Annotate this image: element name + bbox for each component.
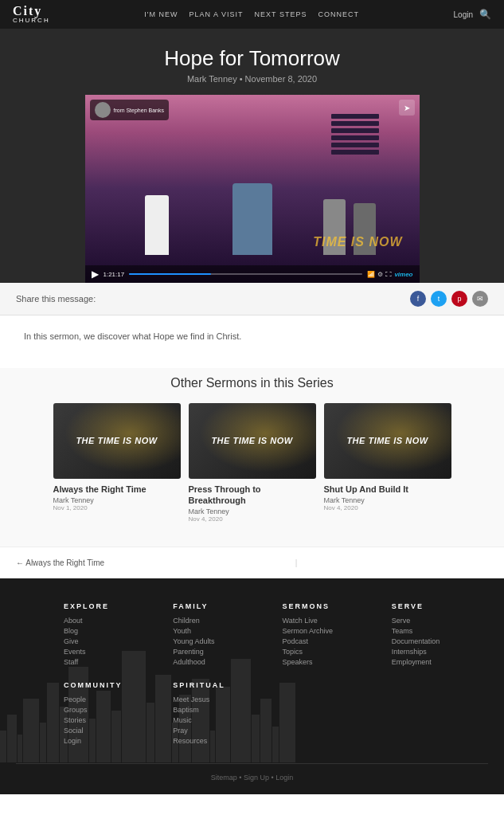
footer-children[interactable]: Children <box>173 617 269 625</box>
footer-podcast[interactable]: Podcast <box>283 637 379 645</box>
other-sermons-heading: Other Sermons in this Series <box>16 376 488 390</box>
hero-section: Hope for Tomorrow Mark Tenney • November… <box>0 29 504 283</box>
footer-staff[interactable]: Staff <box>64 658 160 666</box>
footer: EXPLORE About Blog Give Events Staff COM… <box>0 578 504 794</box>
search-icon[interactable]: 🔍 <box>479 9 491 20</box>
footer-col-explore: EXPLORE About Blog Give Events Staff COM… <box>64 602 160 747</box>
description-text: In this sermon, we discover what Hope we… <box>24 330 480 344</box>
sermon-date-0: Nov 1, 2020 <box>53 504 181 511</box>
sermon-card-0[interactable]: THE TIME IS NOW Always the Right Time Ma… <box>53 403 181 523</box>
sermon-card-2[interactable]: THE TIME IS NOW Shut Up And Build It Mar… <box>324 403 451 523</box>
sermon-description: In this sermon, we discover what Hope we… <box>0 315 504 368</box>
footer-content: EXPLORE About Blog Give Events Staff COM… <box>64 602 488 747</box>
navbar: City CHURCH I'M NEW PLAN A VISIT NEXT ST… <box>0 0 504 29</box>
sermon-grid: THE TIME IS NOW Always the Right Time Ma… <box>16 403 488 523</box>
share-section: Share this message: f t p ✉ <box>0 283 504 315</box>
pagination-divider: | <box>295 558 298 567</box>
sermon-thumb-0: THE TIME IS NOW <box>53 403 181 479</box>
footer-parenting[interactable]: Parenting <box>173 648 269 656</box>
footer-stories[interactable]: Stories <box>64 716 160 724</box>
sermon-thumb-text-2: THE TIME IS NOW <box>346 436 428 445</box>
footer-youth[interactable]: Youth <box>173 627 269 635</box>
vimeo-logo: vimeo <box>394 271 412 278</box>
nav-plan-visit[interactable]: PLAN A VISIT <box>189 10 244 18</box>
footer-events[interactable]: Events <box>64 648 160 656</box>
footer-groups[interactable]: Groups <box>64 706 160 714</box>
progress-bar[interactable] <box>129 273 362 275</box>
nav-connect[interactable]: CONNECT <box>318 10 359 18</box>
stage-decoration <box>331 114 379 155</box>
footer-speakers[interactable]: Speakers <box>283 658 379 666</box>
sermon-author-1: Mark Tenney <box>189 507 316 515</box>
sermon-title-1: Press Through to Breakthrough <box>189 484 316 507</box>
sermon-card-1[interactable]: THE TIME IS NOW Press Through to Breakth… <box>189 403 316 523</box>
settings-icon[interactable]: ⚙ <box>377 271 383 278</box>
footer-community-heading: COMMUNITY <box>64 681 160 689</box>
footer-blog[interactable]: Blog <box>64 627 160 635</box>
video-time: 1:21:17 <box>104 271 125 278</box>
footer-adulthood[interactable]: Adulthood <box>173 658 269 666</box>
sermon-author-0: Mark Tenney <box>53 496 181 504</box>
email-share-button[interactable]: ✉ <box>472 291 488 307</box>
footer-social[interactable]: Social <box>64 727 160 735</box>
nav-right: Login 🔍 <box>454 9 491 20</box>
twitter-share-button[interactable]: t <box>431 291 447 307</box>
sermon-author-2: Mark Tenney <box>324 496 451 504</box>
footer-sermon-archive[interactable]: Sermon Archive <box>283 627 379 635</box>
footer-internships[interactable]: Internships <box>392 648 488 656</box>
prev-link[interactable]: ← Always the Right Time <box>16 558 104 567</box>
footer-documentation[interactable]: Documentation <box>392 637 488 645</box>
footer-login[interactable]: Login <box>64 737 160 745</box>
footer-sermons-heading: SERMONS <box>283 602 379 610</box>
footer-spiritual-heading: SPIRITUAL <box>173 681 269 689</box>
person-center <box>232 183 272 255</box>
footer-resources[interactable]: Resources <box>173 737 269 745</box>
footer-people[interactable]: People <box>64 695 160 703</box>
video-avatar: from Stephen Banks <box>90 100 169 120</box>
site-logo[interactable]: City CHURCH <box>13 5 50 24</box>
footer-music[interactable]: Music <box>173 716 269 724</box>
footer-col-sermons: SERMONS Watch Live Sermon Archive Podcas… <box>283 602 379 747</box>
footer-col-serve: SERVE Serve Teams Documentation Internsh… <box>392 602 488 747</box>
other-sermons-section: Other Sermons in this Series THE TIME IS… <box>0 368 504 547</box>
footer-young-adults[interactable]: Young Adults <box>173 637 269 645</box>
footer-explore-heading: EXPLORE <box>64 602 160 610</box>
page-title: Hope for Tomorrow <box>13 46 491 71</box>
footer-bottom-text: Sitemap • Sign Up • Login <box>211 774 293 782</box>
volume-icon[interactable]: 📶 <box>367 271 375 278</box>
pagination: ← Always the Right Time | <box>0 547 504 578</box>
footer-baptism[interactable]: Baptism <box>173 706 269 714</box>
footer-watch-live[interactable]: Watch Live <box>283 617 379 625</box>
video-share-button[interactable]: ➤ <box>399 100 415 116</box>
footer-serve-heading: SERVE <box>392 602 488 610</box>
footer-about[interactable]: About <box>64 617 160 625</box>
nav-next-steps[interactable]: NEXT STEPS <box>255 10 307 18</box>
footer-give[interactable]: Give <box>64 637 160 645</box>
footer-serve[interactable]: Serve <box>392 617 488 625</box>
footer-col-family: FAMILY Children Youth Young Adults Paren… <box>173 602 269 747</box>
footer-teams[interactable]: Teams <box>392 627 488 635</box>
video-player[interactable]: TIME IS NOW from Stephen Banks ➤ ▶ 1:21:… <box>85 95 420 283</box>
fullscreen-icon[interactable]: ⛶ <box>385 271 392 278</box>
pinterest-share-button[interactable]: p <box>451 291 467 307</box>
vimeo-controls: 📶 ⚙ ⛶ vimeo <box>367 271 412 278</box>
footer-family-heading: FAMILY <box>173 602 269 610</box>
share-icons: f t p ✉ <box>410 291 488 307</box>
sermon-title-0: Always the Right Time <box>53 484 181 495</box>
footer-meet-jesus[interactable]: Meet Jesus <box>173 695 269 703</box>
facebook-share-button[interactable]: f <box>410 291 426 307</box>
progress-fill <box>129 273 211 275</box>
nav-im-new[interactable]: I'M NEW <box>144 10 178 18</box>
footer-pray[interactable]: Pray <box>173 727 269 735</box>
footer-topics[interactable]: Topics <box>283 648 379 656</box>
nav-login[interactable]: Login <box>454 10 473 19</box>
person-left <box>145 195 169 255</box>
sermon-date-2: Nov 4, 2020 <box>324 504 451 511</box>
sermon-thumb-text-1: THE TIME IS NOW <box>211 436 292 445</box>
footer-bottom: Sitemap • Sign Up • Login <box>16 763 488 782</box>
sermon-meta: Mark Tenney • November 8, 2020 <box>13 74 491 84</box>
avatar <box>95 102 111 118</box>
sermon-thumb-2: THE TIME IS NOW <box>324 403 451 479</box>
footer-employment[interactable]: Employment <box>392 658 488 666</box>
play-button[interactable]: ▶ <box>92 268 99 280</box>
